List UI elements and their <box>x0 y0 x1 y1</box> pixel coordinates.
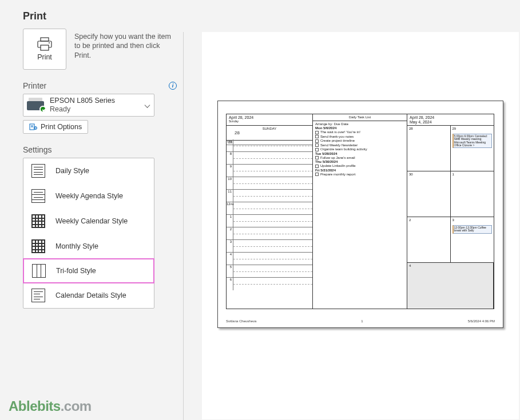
style-label: Weekly Calendar Style <box>55 217 128 225</box>
style-label: Daily Style <box>55 167 89 175</box>
chevron-down-icon <box>145 102 150 108</box>
style-label: Weekly Agenda Style <box>55 192 123 200</box>
tri-fold-style-icon <box>32 264 46 278</box>
preview-arrange: Arrange by: Due Date <box>315 122 404 126</box>
preview-footer-center: 1 <box>361 319 363 323</box>
printer-select[interactable]: EPSON L805 Series Ready <box>23 94 154 117</box>
print-preview-area: April 28, 2024 Sunday SUNDAY 28 coll 7AM… <box>202 32 519 419</box>
info-icon[interactable]: i <box>169 82 177 90</box>
printer-status: Ready <box>50 105 115 114</box>
style-label: Calendar Details Style <box>55 291 126 299</box>
watermark-domain: .com <box>61 398 92 414</box>
preview-day-date: April 28, 2024 <box>229 115 310 119</box>
printer-section-label: Printer <box>23 81 46 90</box>
preview-footer-left: Svitlana Cheusheva <box>226 319 256 323</box>
style-label: Tri-fold Style <box>56 267 96 275</box>
printer-icon <box>37 37 53 51</box>
weekly-agenda-style-icon <box>31 189 45 203</box>
style-monthly[interactable]: Monthly Style <box>23 234 154 259</box>
print-button-label: Print <box>37 53 52 61</box>
status-ok-icon <box>39 106 46 113</box>
svg-rect-0 <box>41 38 49 41</box>
printer-device-icon <box>27 98 45 113</box>
print-options-button[interactable]: Print Options <box>23 120 88 134</box>
weekly-calendar-style-icon <box>31 214 45 228</box>
preview-page: April 28, 2024 Sunday SUNDAY 28 coll 7AM… <box>217 101 503 328</box>
settings-section-header: Settings <box>23 145 180 154</box>
print-options-icon <box>29 123 37 131</box>
preview-footer-right: 5/6/2024 4:06 PM <box>468 319 495 323</box>
preview-range-a: April 28, 2024 <box>410 115 491 120</box>
preview-col-tasks: Daily Task List Arrange by: Due Date Mon… <box>313 114 407 309</box>
monthly-style-icon <box>31 239 45 253</box>
preview-daynum: 28 <box>235 130 312 135</box>
panel-divider <box>183 32 184 420</box>
style-tri-fold[interactable]: Tri-fold Style <box>23 258 154 283</box>
preview-col-day: April 28, 2024 Sunday SUNDAY 28 coll 7AM… <box>226 114 313 309</box>
style-weekly-calendar[interactable]: Weekly Calendar Style <box>23 209 154 234</box>
preview-week-grid: 28295:00pm 6:00pm Canceled: SMB Weekly m… <box>407 126 494 309</box>
style-calendar-details[interactable]: Calendar Details Style <box>23 283 154 308</box>
watermark: Ablebits.com <box>9 398 92 414</box>
preview-range-b: May 4, 2024 <box>410 120 491 125</box>
printer-name: EPSON L805 Series <box>50 97 115 105</box>
preview-col-week: April 28, 2024 May 4, 2024 28295:00pm 6:… <box>407 114 494 309</box>
print-description: Specify how you want the item to be prin… <box>74 32 174 60</box>
settings-section-label: Settings <box>23 145 52 154</box>
preview-day-sub: Sunday <box>229 119 310 123</box>
style-label: Monthly Style <box>55 242 98 250</box>
calendar-details-style-icon <box>31 289 45 302</box>
watermark-brand: Ablebits <box>9 398 61 414</box>
page-title: Print <box>0 0 520 29</box>
daily-style-icon <box>31 164 45 178</box>
svg-point-3 <box>49 42 50 43</box>
printer-section-header: Printer i <box>23 81 180 90</box>
print-button[interactable]: Print <box>23 29 66 70</box>
preview-tasks-title: Daily Task List <box>313 114 407 121</box>
style-daily[interactable]: Daily Style <box>23 158 154 183</box>
preview-tasks-body: Arrange by: Due Date Mon 5/6/2024The wai… <box>313 121 407 178</box>
preview-hour-rows: 7AM89101112PM123456 <box>227 139 312 309</box>
svg-rect-2 <box>41 45 49 50</box>
print-options-label: Print Options <box>41 123 82 131</box>
style-weekly-agenda[interactable]: Weekly Agenda Style <box>23 183 154 209</box>
left-panel: Print Specify how you want the item to b… <box>23 29 180 309</box>
print-styles-list: Daily Style Weekly Agenda Style Weekly C… <box>23 158 154 309</box>
